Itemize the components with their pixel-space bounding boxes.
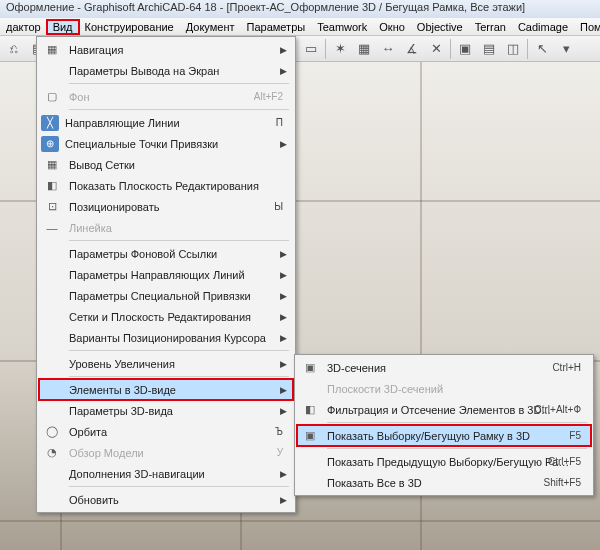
menu-view-item[interactable]: ▦Вывод Сетки — [39, 154, 293, 175]
menu-item-label: Дополнения 3D-навигации — [69, 468, 275, 480]
menu-item-label: Показать Предыдущую Выборку/Бегущую Рамк… — [327, 456, 573, 468]
menubar-item-5[interactable]: Teamwork — [311, 20, 373, 34]
menu-item-label: Параметры Вывода на Экран — [69, 65, 275, 77]
menu-view: ▦Навигация▶Параметры Вывода на Экран▶▢Фо… — [36, 36, 296, 513]
menu-view-item[interactable]: Уровень Увеличения▶ — [39, 353, 293, 374]
menu-item-label: Фон — [69, 91, 275, 103]
menu-item-label: Варианты Позиционирования Курсора — [69, 332, 275, 344]
menubar-item-7[interactable]: Objective — [411, 20, 469, 34]
menu-view-item[interactable]: Параметры Направляющих Линий▶ — [39, 264, 293, 285]
menu-view-item[interactable]: Параметры 3D-вида▶ — [39, 400, 293, 421]
menu-item-icon: ◧ — [41, 177, 63, 195]
tool-intersect-icon[interactable]: ✕ — [426, 39, 446, 59]
menu-view-item[interactable]: ▦Навигация▶ — [39, 39, 293, 60]
tool-snap-icon[interactable]: ✶ — [330, 39, 350, 59]
menu-item-label: Показать Плоскость Редактирования — [69, 180, 275, 192]
menu-item-shortcut: Alt+F2 — [254, 91, 283, 102]
submenu-arrow-icon: ▶ — [280, 359, 287, 369]
menu-item-shortcut: Ы — [274, 201, 283, 212]
menu-item-icon — [41, 266, 63, 284]
menu-item-shortcut: Ctrl+F5 — [548, 456, 581, 467]
menu-view-item[interactable]: Дополнения 3D-навигации▶ — [39, 463, 293, 484]
menu-item-label: Обзор Модели — [69, 447, 275, 459]
menu-item-label: Показать Все в 3D — [327, 477, 573, 489]
menu-item-label: Показать Выборку/Бегущую Рамку в 3D — [327, 430, 573, 442]
menubar-item-3[interactable]: Документ — [180, 20, 241, 34]
menu-item-label: 3D-сечения — [327, 362, 573, 374]
menu-item-icon — [299, 474, 321, 492]
menu-view-item[interactable]: ╳Направляющие ЛинииП — [39, 112, 293, 133]
menu-item-label: Параметры Специальной Привязки — [69, 290, 275, 302]
menu-view-item[interactable]: Элементы в 3D-виде▶ — [39, 379, 293, 400]
submenu-arrow-icon: ▶ — [280, 45, 287, 55]
menu-item-icon: ▢ — [41, 88, 63, 106]
submenu-3d-item[interactable]: ◧Фильтрация и Отсечение Элементов в 3D..… — [297, 399, 591, 420]
title-bar: Оформление - Graphisoft ArchiCAD-64 18 -… — [0, 0, 600, 18]
menu-view-item[interactable]: ⊕Специальные Точки Привязки▶ — [39, 133, 293, 154]
menu-view-item[interactable]: ⊡ПозиционироватьЫ — [39, 196, 293, 217]
tool-layers-icon[interactable]: ▤ — [479, 39, 499, 59]
menu-view-item[interactable]: Сетки и Плоскость Редактирования▶ — [39, 306, 293, 327]
menu-separator — [69, 350, 289, 351]
menubar-item-1[interactable]: Вид — [47, 20, 79, 34]
submenu-3d-item[interactable]: Показать Предыдущую Выборку/Бегущую Рамк… — [297, 451, 591, 472]
tool-wall-icon[interactable]: ▭ — [301, 39, 321, 59]
menu-item-icon — [41, 245, 63, 263]
menubar-item-9[interactable]: Cadimage — [512, 20, 574, 34]
window-title: Оформление - Graphisoft ArchiCAD-64 18 -… — [6, 1, 525, 13]
submenu-3d-item[interactable]: ▣Показать Выборку/Бегущую Рамку в 3DF5 — [297, 425, 591, 446]
menu-view-item: —Линейка — [39, 217, 293, 238]
menu-view-item[interactable]: Параметры Специальной Привязки▶ — [39, 285, 293, 306]
tool-cursor-icon[interactable]: ↖ — [532, 39, 552, 59]
toolbar-sep — [450, 39, 451, 59]
menu-item-shortcut: П — [276, 117, 283, 128]
tool-measure-icon[interactable]: ↔ — [378, 39, 398, 59]
submenu-3d-item[interactable]: ▣3D-сеченияCtrl+Н — [297, 357, 591, 378]
menu-view-item[interactable]: Параметры Фоновой Ссылки▶ — [39, 243, 293, 264]
menu-item-label: Параметры Направляющих Линий — [69, 269, 275, 281]
menu-item-label: Специальные Точки Привязки — [65, 138, 275, 150]
menu-separator — [69, 109, 289, 110]
menu-item-label: Элементы в 3D-виде — [69, 384, 275, 396]
submenu-arrow-icon: ▶ — [280, 406, 287, 416]
menu-item-icon: ▣ — [299, 359, 321, 377]
menu-item-label: Плоскости 3D-сечений — [327, 383, 573, 395]
menu-item-icon: ▣ — [299, 427, 321, 445]
menubar-item-2[interactable]: Конструирование — [79, 20, 180, 34]
menu-item-icon — [41, 287, 63, 305]
menubar-item-0[interactable]: дактор — [0, 20, 47, 34]
menu-item-icon — [41, 465, 63, 483]
menubar-item-6[interactable]: Окно — [373, 20, 411, 34]
menu-item-shortcut: Ctrl+Н — [552, 362, 581, 373]
submenu-arrow-icon: ▶ — [280, 291, 287, 301]
submenu-arrow-icon: ▶ — [280, 139, 287, 149]
menu-view-item[interactable]: ◯ОрбитаЪ — [39, 421, 293, 442]
tool-grid-icon[interactable]: ▦ — [354, 39, 374, 59]
submenu-arrow-icon: ▶ — [280, 270, 287, 280]
submenu-arrow-icon: ▶ — [280, 333, 287, 343]
menu-separator — [327, 422, 587, 423]
toolbar-sep — [325, 39, 326, 59]
menu-item-shortcut: Shift+F5 — [543, 477, 581, 488]
menu-separator — [69, 486, 289, 487]
menu-separator — [69, 240, 289, 241]
menubar-item-4[interactable]: Параметры — [241, 20, 312, 34]
tool-view-icon[interactable]: ▣ — [455, 39, 475, 59]
tool-undo-icon[interactable]: ⎌ — [4, 39, 24, 59]
tool-3d-icon[interactable]: ◫ — [503, 39, 523, 59]
menu-item-icon — [299, 380, 321, 398]
menu-item-label: Направляющие Линии — [65, 117, 275, 129]
menu-item-icon: — — [41, 219, 63, 237]
tool-more-icon[interactable]: ▾ — [556, 39, 576, 59]
submenu-3d-item[interactable]: Показать Все в 3DShift+F5 — [297, 472, 591, 493]
menu-view-item[interactable]: Варианты Позиционирования Курсора▶ — [39, 327, 293, 348]
menubar-item-10[interactable]: Помощь — [574, 20, 600, 34]
tool-angle-icon[interactable]: ∡ — [402, 39, 422, 59]
menu-item-icon: ╳ — [41, 115, 59, 131]
menu-view-item[interactable]: Обновить▶ — [39, 489, 293, 510]
menubar-item-8[interactable]: Terran — [469, 20, 512, 34]
menu-view-item[interactable]: Параметры Вывода на Экран▶ — [39, 60, 293, 81]
menu-view-item: ◔Обзор МоделиУ — [39, 442, 293, 463]
menu-view-item[interactable]: ◧Показать Плоскость Редактирования — [39, 175, 293, 196]
menu-item-label: Вывод Сетки — [69, 159, 275, 171]
